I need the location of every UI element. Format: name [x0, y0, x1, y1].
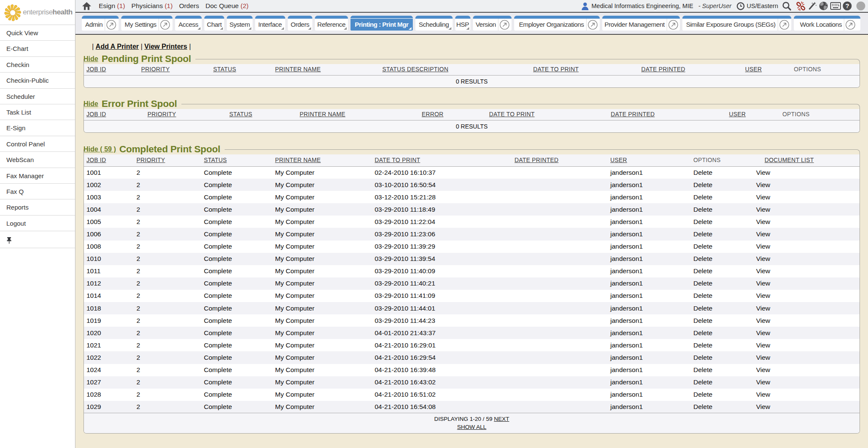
- svg-text:?: ?: [845, 2, 849, 9]
